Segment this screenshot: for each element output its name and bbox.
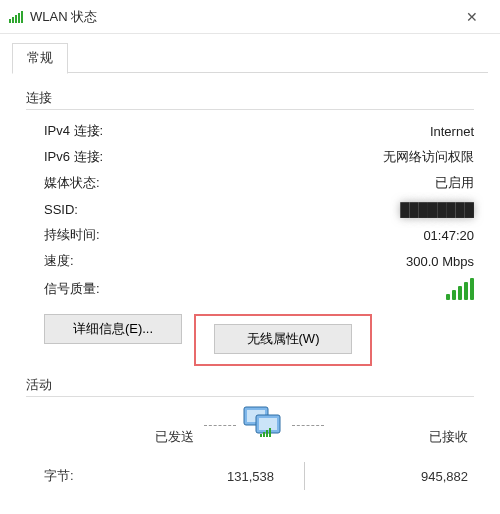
connection-button-row: 详细信息(E)... 无线属性(W) [44,314,474,366]
label-speed: 速度: [44,252,74,270]
row-ipv4: IPv4 连接: Internet [26,118,474,144]
tab-strip: 常规 [0,34,500,73]
dialog-content: 连接 IPv4 连接: Internet IPv6 连接: 无网络访问权限 媒体… [0,73,500,500]
group-activity: 活动 已发送 [26,366,474,490]
tab-general[interactable]: 常规 [12,43,68,74]
value-ssid: ████████ [400,202,474,217]
svg-rect-11 [266,430,268,437]
label-signal: 信号质量: [44,280,100,298]
label-ipv4: IPv4 连接: [44,122,103,140]
row-bytes: 字节: 131,538 945,882 [26,446,474,490]
details-button[interactable]: 详细信息(E)... [44,314,182,344]
value-bytes-received: 945,882 [334,469,474,484]
value-duration: 01:47:20 [423,228,474,243]
close-icon: ✕ [466,9,478,25]
label-media: 媒体状态: [44,174,100,192]
row-ipv6: IPv6 连接: 无网络访问权限 [26,144,474,170]
window-title: WLAN 状态 [30,8,448,26]
dash-left-icon [204,425,236,426]
svg-rect-1 [12,17,14,23]
group-activity-title: 活动 [26,366,474,396]
dash-right-icon [292,425,324,426]
close-button[interactable]: ✕ [448,0,496,34]
value-ipv4: Internet [430,124,474,139]
title-bar: WLAN 状态 ✕ [0,0,500,34]
svg-rect-4 [21,11,23,23]
value-ipv6: 无网络访问权限 [383,148,474,166]
row-signal: 信号质量: [26,274,474,304]
svg-rect-0 [9,19,11,23]
label-ipv6: IPv6 连接: [44,148,103,166]
label-ssid: SSID: [44,202,78,217]
highlight-box: 无线属性(W) [194,314,372,366]
tab-general-label: 常规 [27,50,53,65]
svg-rect-12 [269,428,271,437]
value-media: 已启用 [435,174,474,192]
details-button-label: 详细信息(E)... [73,321,153,336]
group-connection: 连接 IPv4 连接: Internet IPv6 连接: 无网络访问权限 媒体… [26,79,474,366]
activity-sent-label: 已发送 [44,428,194,446]
row-speed: 速度: 300.0 Mbps [26,248,474,274]
signal-strength-icon [446,278,474,300]
svg-rect-9 [260,434,262,437]
value-bytes-sent: 131,538 [124,469,274,484]
svg-rect-10 [263,432,265,437]
label-duration: 持续时间: [44,226,100,244]
row-duration: 持续时间: 01:47:20 [26,222,474,248]
activity-header: 已发送 [26,405,474,446]
value-speed: 300.0 Mbps [406,254,474,269]
svg-rect-2 [15,15,17,23]
wireless-properties-button[interactable]: 无线属性(W) [214,324,352,354]
network-computers-icon [242,405,286,446]
svg-rect-3 [18,13,20,23]
row-ssid: SSID: ████████ [26,196,474,222]
divider-icon [274,462,334,490]
group-connection-title: 连接 [26,79,474,109]
label-bytes: 字节: [44,467,124,485]
svg-rect-8 [259,418,277,430]
activity-received-label: 已接收 [334,428,474,446]
row-media: 媒体状态: 已启用 [26,170,474,196]
wlan-signal-icon [8,9,24,25]
wireless-properties-button-label: 无线属性(W) [247,331,320,346]
